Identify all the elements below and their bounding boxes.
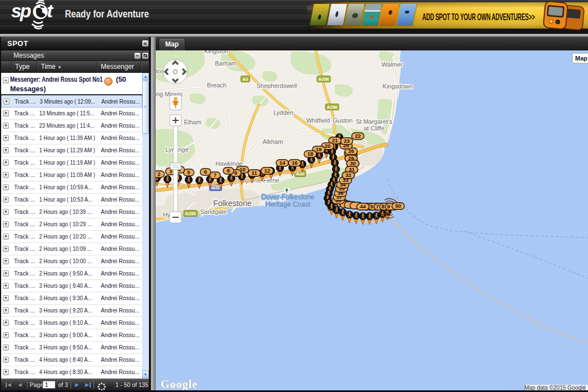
svg-text:Sandgate: Sandgate: [200, 208, 226, 215]
svg-text:11: 11: [251, 170, 258, 176]
svg-text:Hawkinge: Hawkinge: [216, 160, 242, 167]
svg-text:Barham: Barham: [215, 60, 237, 67]
svg-text:19: 19: [316, 146, 322, 152]
svg-text:Dover-Folkestone: Dover-Folkestone: [262, 193, 315, 201]
svg-text:Breach: Breach: [207, 82, 227, 88]
svg-text:A2: A2: [242, 77, 249, 82]
svg-text:Alkham: Alkham: [263, 138, 283, 145]
svg-text:sp: sp: [11, 1, 31, 21]
svg-text:St Margaret's: St Margaret's: [356, 118, 393, 125]
svg-text:8: 8: [381, 203, 384, 209]
svg-text:Walmer: Walmer: [381, 61, 403, 68]
svg-text:18: 18: [307, 151, 314, 157]
svg-text:Kingsdown: Kingsdown: [382, 83, 413, 90]
svg-text:7: 7: [213, 172, 216, 178]
svg-text:44: 44: [360, 203, 366, 209]
svg-text:12: 12: [264, 167, 270, 174]
svg-text:21: 21: [332, 137, 338, 143]
svg-text:20: 20: [325, 143, 331, 149]
svg-text:23: 23: [344, 138, 350, 144]
svg-text:8: 8: [227, 167, 230, 174]
svg-text:9: 9: [387, 203, 390, 209]
svg-text:Google: Google: [161, 378, 198, 391]
svg-text:2: 2: [157, 171, 160, 177]
svg-text:9: 9: [234, 170, 237, 176]
svg-text:A256: A256: [318, 77, 329, 82]
svg-text:7: 7: [376, 203, 379, 209]
svg-text:Map: Map: [575, 55, 587, 62]
svg-text:50: 50: [395, 203, 402, 209]
svg-text:6: 6: [204, 169, 207, 175]
svg-text:t: t: [47, 1, 54, 21]
svg-text:A259: A259: [185, 211, 196, 216]
svg-text:5: 5: [370, 203, 374, 209]
svg-text:at Cliffe: at Cliffe: [363, 125, 384, 132]
svg-text:30: 30: [350, 160, 356, 166]
svg-text:14: 14: [279, 160, 286, 166]
svg-text:16: 16: [292, 160, 298, 166]
svg-text:Folkestone: Folkestone: [213, 199, 252, 208]
svg-text:A256: A256: [326, 105, 338, 110]
svg-text:Heritage Coast: Heritage Coast: [265, 200, 311, 208]
svg-text:Guston: Guston: [333, 117, 352, 124]
svg-text:Whitfield: Whitfield: [306, 117, 330, 124]
svg-text:Shepherdswell: Shepherdswell: [256, 82, 297, 89]
svg-text:Lydden: Lydden: [273, 109, 293, 116]
svg-text:5: 5: [187, 169, 190, 175]
svg-text:Elham: Elham: [184, 119, 201, 125]
svg-text:32: 32: [346, 172, 352, 178]
svg-text:Kingston: Kingston: [204, 50, 228, 54]
svg-text:22: 22: [355, 133, 361, 139]
